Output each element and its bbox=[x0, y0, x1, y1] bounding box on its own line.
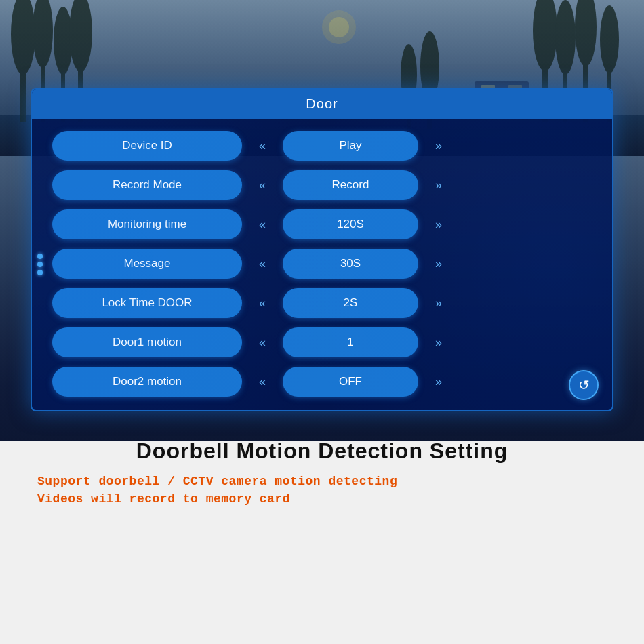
bottom-section: Doorbell Motion Detection Setting Suppor… bbox=[31, 439, 613, 510]
label-monitoring-time: Monitoring time bbox=[52, 209, 242, 239]
value-lock-time-door: 2S bbox=[283, 288, 418, 318]
label-door2-motion: Door2 motion bbox=[52, 367, 242, 397]
arrow-right-message[interactable]: » bbox=[418, 257, 459, 271]
label-door1-motion: Door1 motion bbox=[52, 327, 242, 357]
setting-row: Door2 motion « OFF » bbox=[52, 367, 592, 397]
setting-row: Lock Time DOOR « 2S » bbox=[52, 288, 592, 318]
setting-row: Monitoring time « 120S » bbox=[52, 209, 592, 239]
setting-row: Device ID « Play » bbox=[52, 131, 592, 161]
main-title: Doorbell Motion Detection Setting bbox=[37, 439, 607, 464]
value-device-id: Play bbox=[283, 131, 418, 161]
value-door1-motion: 1 bbox=[283, 327, 418, 357]
setting-row: Message « 30S » bbox=[52, 249, 592, 279]
arrow-right-monitoring-time[interactable]: » bbox=[418, 218, 459, 232]
arrow-left-record-mode[interactable]: « bbox=[242, 178, 283, 193]
setting-row: Record Mode « Record » bbox=[52, 170, 592, 200]
arrow-right-door1-motion[interactable]: » bbox=[418, 336, 459, 350]
setting-row: Door1 motion « 1 » bbox=[52, 327, 592, 357]
side-decoration bbox=[37, 254, 43, 275]
arrow-left-door1-motion[interactable]: « bbox=[242, 336, 283, 350]
value-monitoring-time: 120S bbox=[283, 209, 418, 239]
label-message: Message bbox=[52, 249, 242, 279]
arrow-left-message[interactable]: « bbox=[242, 257, 283, 271]
arrow-left-lock-time-door[interactable]: « bbox=[242, 296, 283, 310]
panel-title: Door bbox=[32, 89, 612, 119]
arrow-right-record-mode[interactable]: » bbox=[418, 178, 459, 193]
subtitle-line2: Videos will record to memory card bbox=[37, 492, 607, 506]
value-record-mode: Record bbox=[283, 170, 418, 200]
subtitle-line1: Support doorbell / CCTV camera motion de… bbox=[37, 475, 607, 488]
arrow-right-device-id[interactable]: » bbox=[418, 139, 459, 153]
arrow-left-door2-motion[interactable]: « bbox=[242, 375, 283, 389]
arrow-right-door2-motion[interactable]: » bbox=[418, 375, 459, 389]
refresh-button[interactable]: ↺ bbox=[569, 370, 599, 400]
arrow-left-monitoring-time[interactable]: « bbox=[242, 218, 283, 232]
value-door2-motion: OFF bbox=[283, 367, 418, 397]
arrow-left-device-id[interactable]: « bbox=[242, 139, 283, 153]
label-record-mode: Record Mode bbox=[52, 170, 242, 200]
value-message: 30S bbox=[283, 249, 418, 279]
device-panel: Door Device ID « Play » Record Mode « Re… bbox=[31, 88, 613, 411]
label-device-id: Device ID bbox=[52, 131, 242, 161]
panel-body: Device ID « Play » Record Mode « Record … bbox=[32, 119, 612, 410]
label-lock-time-door: Lock Time DOOR bbox=[52, 288, 242, 318]
arrow-right-lock-time-door[interactable]: » bbox=[418, 296, 459, 310]
